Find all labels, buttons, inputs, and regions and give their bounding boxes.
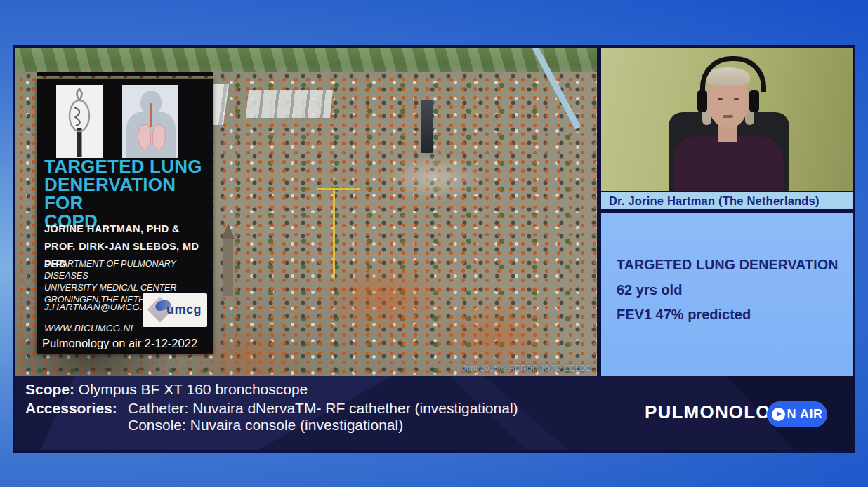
roof-cluster — [317, 258, 451, 335]
slide-email: J.HARTMAN@UMCG.NL — [44, 302, 155, 312]
department-line-1: DEPARTMENT OF PULMONARY DISEASES — [44, 258, 213, 282]
scope-row: Scope: Olympus BF XT 160 bronchoscope — [25, 380, 308, 399]
presentation-slide: TARGETED LUNG DENERVATION FOR COPD JORIN… — [37, 79, 213, 354]
speaker-name-bar: Dr. Jorine Hartman (The Netherlands) — [601, 191, 853, 209]
speaker-eye-right — [734, 98, 739, 100]
patient-fev1: FEV1 47% predicted — [617, 307, 751, 323]
accessory-console: Console: Nuvaira console (investigationa… — [128, 416, 403, 434]
patient-info-panel: TARGETED LUNG DENERVATION 62 yrs old FEV… — [601, 213, 853, 376]
speaker-name-text: Dr. Jorine Hartman (The Netherlands) — [601, 192, 853, 208]
accessories-label: Accessories: — [25, 399, 117, 418]
office-buildings — [246, 90, 333, 118]
author-line-1: JORINE HARTMAN, PHD & — [44, 220, 213, 238]
umcg-logo: umcg — [143, 293, 207, 327]
headphones-earcup-right-icon — [749, 90, 759, 112]
roof-cluster — [437, 300, 556, 371]
aerial-photo-watermark: Juni 2015 © AEROPHOTO EELDE — [462, 363, 591, 372]
on-air-badge: N AIR — [767, 401, 827, 427]
left-lung — [138, 124, 151, 149]
speaker-mouth — [723, 115, 733, 118]
construction-crane-arm — [317, 188, 360, 190]
equipment-bar: Scope: Olympus BF XT 160 bronchoscope Ac… — [15, 376, 853, 450]
department-line-2: UNIVERSITY MEDICAL CENTER — [44, 282, 213, 294]
church-tower — [223, 239, 233, 296]
construction-crane — [333, 188, 335, 279]
speaker-webcam — [601, 48, 853, 191]
catheter-balloon-image — [56, 85, 103, 158]
patient-age: 62 yrs old — [617, 282, 682, 298]
scope-label: Scope: — [25, 381, 74, 397]
slide-footer: Pulmonology on air 2-12-2022 — [42, 337, 211, 350]
scope-value: Olympus BF XT 160 bronchoscope — [79, 381, 308, 397]
on-air-text: N AIR — [787, 407, 823, 422]
slide-top-strip — [37, 72, 213, 76]
main-video-aerial-city: TARGETED LUNG DENERVATION FOR COPD JORIN… — [15, 48, 597, 376]
catheter-balloon-art — [56, 85, 103, 158]
speaker-eye-left — [718, 98, 723, 100]
airway-anatomy-image — [122, 85, 178, 158]
accessory-catheter: Catheter: Nuvaira dNervaTM- RF cathether… — [128, 399, 518, 418]
speaker-torso — [673, 136, 784, 191]
right-lung — [152, 124, 166, 149]
play-circle-icon — [772, 408, 785, 421]
headphones-earcup-left-icon — [697, 90, 707, 112]
light-building-cluster — [381, 153, 486, 202]
slide-title-line-1: TARGETED LUNG — [44, 157, 213, 175]
slide-title-line-2: DENERVATION FOR — [44, 175, 213, 212]
umcg-wordmark: umcg — [166, 302, 202, 317]
broadcast-frame: TARGETED LUNG DENERVATION FOR COPD JORIN… — [13, 45, 855, 453]
fields-horizon — [15, 48, 597, 72]
slide-title: TARGETED LUNG DENERVATION FOR COPD — [44, 157, 213, 230]
headphones-band-icon — [700, 56, 766, 92]
highrise-tower — [421, 100, 433, 153]
right-column: Dr. Jorine Hartman (The Netherlands) TAR… — [601, 48, 853, 376]
slide-website: WWW.BICUMCG.NL — [44, 323, 136, 333]
procedure-title: TARGETED LUNG DENERVATION — [617, 257, 839, 273]
trachea — [150, 103, 152, 127]
